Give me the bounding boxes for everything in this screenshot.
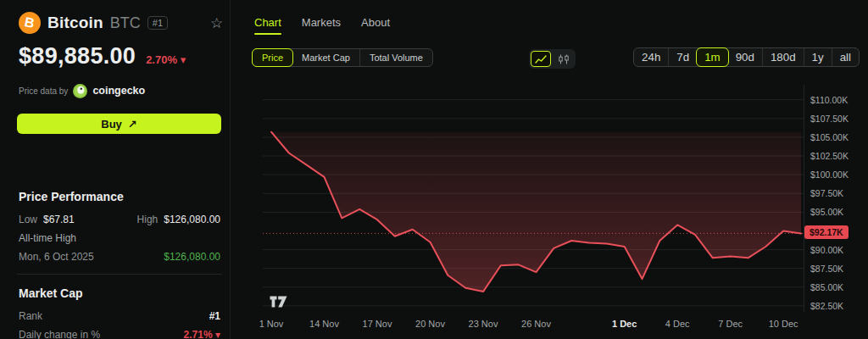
high-label: High [137,214,159,225]
x-axis-label: 4 Dec [665,319,690,329]
price-performance-title: Price Performance [19,190,124,203]
ath-value: $126,080.00 [164,251,220,263]
metric-option-price[interactable]: Price [252,48,293,67]
tab-markets[interactable]: Markets [302,16,341,35]
x-axis-label: 10 Dec [769,319,798,329]
ath-label: All-time High [19,232,76,244]
current-price: $89,885.00 [19,43,136,69]
rank-value: #1 [209,310,220,322]
coingecko-icon [73,84,87,98]
coin-summary-panel: B Bitcoin BTC #1 ☆ $89,885.00 2.70% ▾ Pr… [0,0,231,339]
y-axis-separator [804,85,804,312]
y-axis-label: $100.00K [810,170,849,180]
favorite-star-icon[interactable]: ☆ [205,14,228,33]
low-value: $67.81 [43,214,75,225]
candlestick-icon [558,54,570,64]
buy-button[interactable]: Buy↗ [17,114,221,134]
y-axis-label: $97.50K [810,188,843,198]
high-value: $126,080.00 [164,214,220,225]
provider-name: coingecko [92,85,145,97]
y-axis-label: $110.00K [810,95,848,105]
ath-label-row: All-time High [19,232,220,244]
tab-bar: ChartMarketsAbout [254,16,390,35]
daily-change-value: 2.71% ▾ [184,329,220,339]
ath-date: Mon, 6 Oct 2025 [19,251,94,263]
chart-type-toggle [529,49,576,69]
metric-toggle: PriceMarket CapTotal Volume [252,48,433,67]
range-1m[interactable]: 1m [696,47,729,67]
range-7d[interactable]: 7d [668,48,697,66]
line-chart-toggle-button[interactable] [531,51,551,67]
y-axis-label: $82.50K [810,301,843,311]
daily-change-label: Daily change in % [19,329,100,339]
x-axis-label: 17 Nov [363,319,392,329]
x-axis-label: 20 Nov [415,319,445,329]
price-row: $89,885.00 2.70% ▾ [19,43,186,69]
candlestick-toggle-button[interactable] [554,51,574,67]
x-axis-label: 23 Nov [469,319,498,329]
price-line-chart[interactable] [263,85,804,312]
x-axis-label: 1 Nov [259,319,284,329]
range-toggle: 24h7d1m90d180d1yall [633,47,860,67]
down-arrow-icon: ▾ [215,329,220,339]
daily-change-row: Daily change in % 2.71% ▾ [19,329,220,339]
current-price-label: $92.17K [804,225,849,239]
y-axis-label: $95.00K [810,207,843,217]
x-axis-label: 14 Nov [309,319,339,329]
market-cap-title: Market Cap [19,286,82,300]
coin-symbol: BTC [110,14,141,32]
coin-name: Bitcoin [47,14,103,32]
range-all[interactable]: all [832,48,859,66]
rank-row: Rank #1 [19,310,220,322]
rank-badge: #1 [147,16,168,30]
tradingview-icon[interactable] [270,296,287,311]
bitcoin-icon: B [19,12,41,34]
chart-svg [263,85,804,312]
range-90d[interactable]: 90d [728,48,762,66]
range-24h[interactable]: 24h [634,48,668,66]
attribution-prefix: Price data by [19,86,68,96]
y-axis-label: $87.50K [810,264,843,274]
coin-header: B Bitcoin BTC #1 [19,12,168,34]
y-axis-label: $107.50K [810,114,849,124]
buy-arrow-icon: ↗ [128,118,137,131]
y-axis-label: $85.00K [810,282,843,292]
down-arrow-icon: ▾ [181,53,186,66]
y-axis-label: $90.00K [810,245,843,255]
x-axis-label: 1 Dec [612,319,637,329]
section-divider [17,274,222,275]
data-attribution: Price data by coingecko [19,83,145,98]
metric-option-market-cap[interactable]: Market Cap [292,49,359,66]
y-axis-label: $102.50K [810,151,849,161]
price-change: 2.70% ▾ [146,53,186,66]
range-180d[interactable]: 180d [762,48,804,66]
crypto-price-widget: B Bitcoin BTC #1 ☆ $89,885.00 2.70% ▾ Pr… [0,0,868,339]
low-high-row: Low $67.81 High $126,080.00 [19,214,220,225]
rank-label: Rank [19,310,42,322]
tab-chart[interactable]: Chart [254,16,281,35]
low-label: Low [19,214,37,225]
ath-value-row: Mon, 6 Oct 2025 $126,080.00 [19,251,220,263]
range-1y[interactable]: 1y [804,48,832,66]
line-chart-icon [535,54,547,64]
tab-about[interactable]: About [361,16,390,35]
y-axis-label: $105.00K [810,132,849,142]
metric-option-total-volume[interactable]: Total Volume [359,49,432,66]
x-axis-label: 7 Dec [718,319,743,329]
x-axis-label: 26 Nov [521,319,551,329]
